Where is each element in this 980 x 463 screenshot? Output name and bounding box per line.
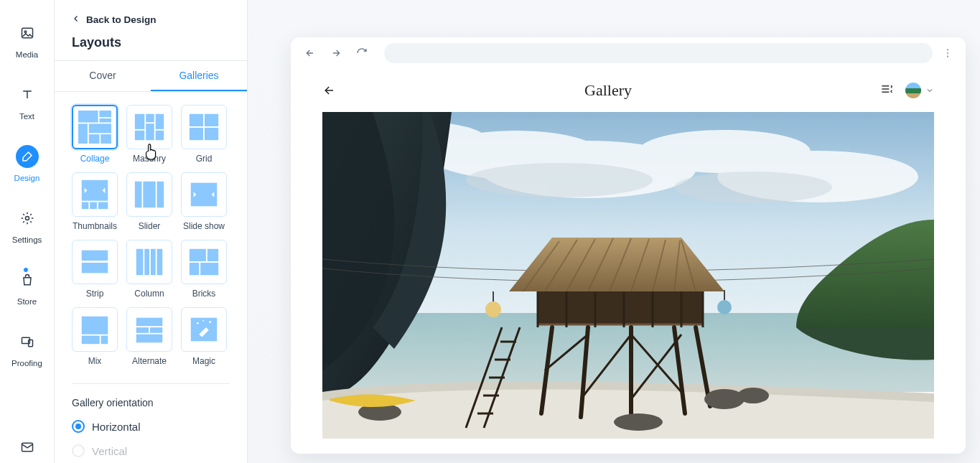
svg-rect-26 [98,202,108,210]
device-icon [16,330,39,353]
layout-option-strip[interactable]: Strip [72,240,118,299]
svg-rect-43 [190,263,199,275]
svg-rect-16 [135,131,144,140]
layout-panel: Back to Design Layouts Cover Galleries C… [55,0,248,463]
layout-option-mix[interactable]: Mix [72,307,118,366]
sidebar-item-proofing[interactable]: Proofing [11,330,42,368]
sidebar-item-store[interactable]: Store [16,268,39,306]
radio-checked-icon [72,420,85,433]
sidebar-item-label: Text [19,112,34,121]
sidebar-item-design[interactable]: Design [14,145,40,182]
preview-stage: Gallery [248,0,980,463]
sidebar-item-mail[interactable] [16,436,39,459]
sidebar-item-label: Media [16,50,38,59]
layout-name: Thumbnails [73,221,117,231]
svg-point-2 [25,217,29,220]
browser-address-bar[interactable] [384,43,933,63]
layout-toggle-icon[interactable] [879,82,894,99]
svg-rect-30 [143,182,155,207]
svg-rect-38 [144,249,149,275]
tab-galleries[interactable]: Galleries [151,61,247,91]
layout-option-magic[interactable]: Magic [181,307,227,366]
svg-rect-77 [538,291,703,324]
layout-thumb [181,172,227,217]
svg-rect-21 [190,128,203,140]
panel-header: Back to Design Layouts [55,0,247,61]
layout-name: Slide show [183,221,225,231]
mail-icon [16,436,39,459]
browser-frame: Gallery [291,37,966,454]
svg-rect-7 [99,111,111,117]
layout-option-collage[interactable]: Collage [72,105,118,164]
svg-rect-35 [82,251,108,261]
mini-sidebar: Media Text Design Settings Store Proofin… [0,0,55,463]
browser-refresh-button[interactable] [353,44,371,62]
gallery-back-button[interactable] [322,83,337,98]
svg-point-104 [717,300,732,314]
layout-thumb [72,105,118,149]
gear-icon [16,207,39,230]
gallery-photo[interactable] [322,112,934,439]
layout-thumb [126,307,172,352]
pencil-icon [16,145,39,168]
browser-back-button[interactable] [301,44,319,62]
svg-rect-25 [90,202,97,210]
layout-thumb [181,105,227,149]
svg-point-107 [737,388,769,403]
radio-label: Vertical [92,445,127,457]
browser-forward-button[interactable] [327,44,345,62]
svg-point-102 [485,301,501,317]
back-button[interactable]: Back to Design [72,14,230,25]
orientation-option-horizontal[interactable]: Horizontal [72,417,230,441]
svg-point-54 [209,321,211,323]
browser-more-button[interactable] [940,47,956,59]
svg-rect-39 [151,249,156,275]
chevron-down-icon [925,86,934,95]
sidebar-item-settings[interactable]: Settings [12,207,42,244]
cursor-pointer-icon [144,142,159,161]
svg-point-55 [202,320,204,322]
layout-thumb [126,172,172,217]
layout-option-alternate[interactable]: Alternate [126,307,172,366]
svg-rect-42 [207,249,218,261]
svg-rect-45 [82,317,108,335]
layout-name: Strip [86,289,104,299]
svg-point-109 [614,413,663,431]
sidebar-item-text[interactable]: Text [16,83,39,121]
svg-rect-36 [82,263,108,273]
svg-rect-29 [135,182,142,207]
svg-point-65 [466,163,653,197]
layout-option-bricks[interactable]: Bricks [181,240,227,299]
layout-option-grid[interactable]: Grid [181,105,227,164]
svg-rect-10 [89,123,111,133]
svg-rect-14 [146,114,154,123]
svg-rect-31 [157,182,164,207]
layout-name: Collage [80,154,110,164]
svg-rect-20 [205,114,218,126]
svg-rect-37 [136,249,144,275]
tab-cover[interactable]: Cover [55,61,151,91]
svg-rect-49 [136,327,149,333]
radio-label: Horizontal [92,421,141,433]
sidebar-item-media[interactable]: Media [16,22,39,59]
svg-rect-13 [135,114,144,129]
layout-option-column[interactable]: Column [126,240,172,299]
svg-point-53 [197,322,199,324]
sidebar-item-label: Store [17,297,37,306]
layout-option-thumbnails[interactable]: Thumbnails [72,172,118,231]
notification-dot [23,267,29,273]
layout-name: Slider [139,221,161,231]
account-menu[interactable] [905,83,934,98]
radio-unchecked-icon [72,444,85,457]
svg-point-66 [674,172,832,203]
svg-rect-12 [101,134,111,144]
back-label: Back to Design [86,14,157,25]
layout-thumb [72,307,118,352]
layout-option-slideshow[interactable]: Slide show [181,172,227,231]
layout-option-slider[interactable]: Slider [126,172,172,231]
orientation-option-vertical[interactable]: Vertical [72,441,230,463]
svg-rect-50 [150,327,162,333]
svg-point-58 [947,56,948,57]
layout-name: Bricks [192,289,216,299]
layout-name: Column [134,289,164,299]
